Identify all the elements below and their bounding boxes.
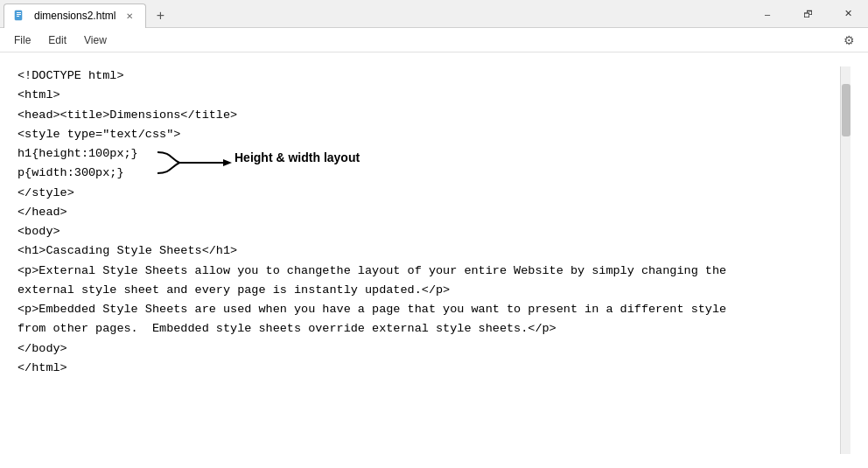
window-controls: – 🗗 ✕ — [747, 0, 868, 28]
tab-icon — [13, 9, 27, 23]
restore-button[interactable]: 🗗 — [788, 0, 828, 28]
svg-rect-0 — [15, 10, 22, 20]
svg-rect-1 — [17, 12, 21, 13]
code-editor[interactable]: <!DOCTYPE html> <html> <head><title>Dime… — [18, 66, 840, 378]
tab-area: dimensions2.html ✕ + — [0, 0, 747, 28]
new-tab-button[interactable]: + — [148, 3, 172, 28]
content-area: <!DOCTYPE html> <html> <head><title>Dime… — [0, 52, 868, 468]
active-tab[interactable]: dimensions2.html ✕ — [4, 3, 146, 28]
scrollbar[interactable] — [840, 66, 850, 454]
svg-rect-3 — [17, 16, 19, 17]
scrollbar-thumb[interactable] — [842, 84, 850, 136]
minimize-button[interactable]: – — [747, 0, 788, 28]
menu-edit[interactable]: Edit — [41, 31, 74, 50]
menu-bar: File Edit View ⚙ — [0, 28, 868, 52]
menu-view[interactable]: View — [77, 31, 114, 50]
title-bar: dimensions2.html ✕ + – 🗗 ✕ — [0, 0, 868, 28]
close-button[interactable]: ✕ — [828, 0, 868, 28]
tab-close-button[interactable]: ✕ — [122, 9, 136, 23]
settings-gear-icon[interactable]: ⚙ — [836, 31, 861, 50]
menu-file[interactable]: File — [7, 31, 38, 50]
svg-rect-2 — [17, 14, 21, 15]
tab-title: dimensions2.html — [34, 10, 116, 22]
